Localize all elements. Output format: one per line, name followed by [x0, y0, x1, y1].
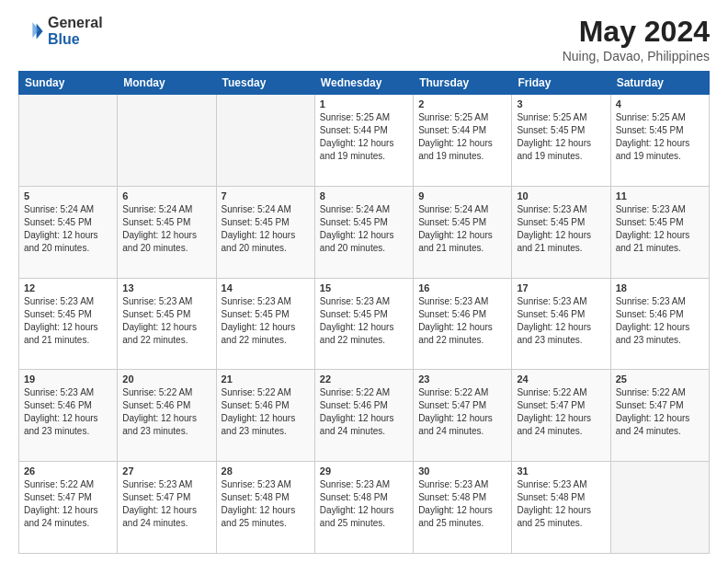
calendar-cell: 1Sunrise: 5:25 AM Sunset: 5:44 PM Daylig…: [314, 95, 413, 187]
day-info: Sunrise: 5:23 AM Sunset: 5:45 PM Dayligh…: [517, 203, 605, 255]
day-number: 30: [418, 465, 506, 477]
calendar-cell: 3Sunrise: 5:25 AM Sunset: 5:45 PM Daylig…: [512, 95, 610, 187]
day-number: 21: [222, 373, 310, 385]
calendar-cell: 19Sunrise: 5:23 AM Sunset: 5:46 PM Dayli…: [19, 370, 118, 462]
day-number: 17: [517, 282, 605, 293]
header-thursday: Thursday: [414, 72, 512, 95]
day-number: 15: [320, 282, 408, 293]
calendar-cell: [610, 462, 709, 554]
day-info: Sunrise: 5:23 AM Sunset: 5:47 PM Dayligh…: [122, 478, 210, 530]
day-number: 25: [616, 373, 704, 385]
day-info: Sunrise: 5:24 AM Sunset: 5:45 PM Dayligh…: [418, 203, 506, 255]
day-info: Sunrise: 5:23 AM Sunset: 5:46 PM Dayligh…: [517, 295, 605, 347]
header-friday: Friday: [512, 72, 610, 95]
day-info: Sunrise: 5:23 AM Sunset: 5:45 PM Dayligh…: [122, 295, 210, 347]
day-number: 13: [122, 282, 210, 293]
day-number: 20: [122, 373, 210, 385]
week-row-2: 5Sunrise: 5:24 AM Sunset: 5:45 PM Daylig…: [19, 186, 710, 278]
day-info: Sunrise: 5:23 AM Sunset: 5:48 PM Dayligh…: [222, 478, 310, 530]
page: General Blue May 2024 Nuing, Davao, Phil…: [0, 0, 728, 563]
calendar-cell: 21Sunrise: 5:22 AM Sunset: 5:46 PM Dayli…: [216, 370, 314, 462]
header-wednesday: Wednesday: [314, 72, 413, 95]
day-info: Sunrise: 5:24 AM Sunset: 5:45 PM Dayligh…: [320, 203, 408, 255]
day-number: 9: [418, 190, 506, 201]
day-info: Sunrise: 5:25 AM Sunset: 5:44 PM Dayligh…: [418, 111, 506, 163]
day-info: Sunrise: 5:24 AM Sunset: 5:45 PM Dayligh…: [24, 203, 112, 255]
main-title: May 2024: [563, 15, 710, 49]
header-tuesday: Tuesday: [216, 72, 314, 95]
logo: General Blue: [18, 15, 103, 47]
day-number: 4: [616, 98, 704, 109]
day-number: 10: [517, 190, 605, 201]
header: General Blue May 2024 Nuing, Davao, Phil…: [18, 15, 710, 63]
day-info: Sunrise: 5:23 AM Sunset: 5:46 PM Dayligh…: [616, 295, 704, 347]
week-row-1: 1Sunrise: 5:25 AM Sunset: 5:44 PM Daylig…: [19, 95, 710, 187]
calendar-table: Sunday Monday Tuesday Wednesday Thursday…: [18, 71, 710, 554]
calendar-cell: 27Sunrise: 5:23 AM Sunset: 5:47 PM Dayli…: [118, 462, 216, 554]
day-number: 23: [418, 373, 506, 385]
calendar-cell: 29Sunrise: 5:23 AM Sunset: 5:48 PM Dayli…: [314, 462, 413, 554]
day-number: 1: [320, 98, 408, 109]
day-info: Sunrise: 5:24 AM Sunset: 5:45 PM Dayligh…: [222, 203, 310, 255]
day-number: 5: [24, 190, 112, 201]
calendar-cell: 18Sunrise: 5:23 AM Sunset: 5:46 PM Dayli…: [610, 278, 709, 370]
day-info: Sunrise: 5:25 AM Sunset: 5:45 PM Dayligh…: [517, 111, 605, 163]
logo-icon: [18, 18, 44, 44]
calendar-cell: 20Sunrise: 5:22 AM Sunset: 5:46 PM Dayli…: [118, 370, 216, 462]
day-info: Sunrise: 5:23 AM Sunset: 5:45 PM Dayligh…: [24, 295, 112, 347]
day-number: 22: [320, 373, 408, 385]
day-info: Sunrise: 5:22 AM Sunset: 5:47 PM Dayligh…: [418, 386, 506, 438]
calendar-cell: 31Sunrise: 5:23 AM Sunset: 5:48 PM Dayli…: [512, 462, 610, 554]
calendar-cell: [19, 95, 118, 187]
calendar-cell: 24Sunrise: 5:22 AM Sunset: 5:47 PM Dayli…: [512, 370, 610, 462]
subtitle: Nuing, Davao, Philippines: [563, 49, 710, 63]
day-info: Sunrise: 5:23 AM Sunset: 5:46 PM Dayligh…: [418, 295, 506, 347]
day-info: Sunrise: 5:23 AM Sunset: 5:45 PM Dayligh…: [222, 295, 310, 347]
week-row-3: 12Sunrise: 5:23 AM Sunset: 5:45 PM Dayli…: [19, 278, 710, 370]
week-row-5: 26Sunrise: 5:22 AM Sunset: 5:47 PM Dayli…: [19, 462, 710, 554]
calendar-cell: 13Sunrise: 5:23 AM Sunset: 5:45 PM Dayli…: [118, 278, 216, 370]
calendar-cell: 5Sunrise: 5:24 AM Sunset: 5:45 PM Daylig…: [19, 186, 118, 278]
calendar-cell: 25Sunrise: 5:22 AM Sunset: 5:47 PM Dayli…: [610, 370, 709, 462]
day-number: 24: [517, 373, 605, 385]
day-info: Sunrise: 5:23 AM Sunset: 5:45 PM Dayligh…: [616, 203, 704, 255]
day-number: 18: [616, 282, 704, 293]
day-number: 6: [122, 190, 210, 201]
calendar-cell: 12Sunrise: 5:23 AM Sunset: 5:45 PM Dayli…: [19, 278, 118, 370]
day-info: Sunrise: 5:23 AM Sunset: 5:45 PM Dayligh…: [320, 295, 408, 347]
day-number: 12: [24, 282, 112, 293]
day-info: Sunrise: 5:23 AM Sunset: 5:48 PM Dayligh…: [418, 478, 506, 530]
day-number: 7: [222, 190, 310, 201]
calendar-cell: 4Sunrise: 5:25 AM Sunset: 5:45 PM Daylig…: [610, 95, 709, 187]
day-info: Sunrise: 5:22 AM Sunset: 5:46 PM Dayligh…: [320, 386, 408, 438]
header-saturday: Saturday: [610, 72, 709, 95]
week-row-4: 19Sunrise: 5:23 AM Sunset: 5:46 PM Dayli…: [19, 370, 710, 462]
day-info: Sunrise: 5:22 AM Sunset: 5:46 PM Dayligh…: [122, 386, 210, 438]
calendar-cell: 6Sunrise: 5:24 AM Sunset: 5:45 PM Daylig…: [118, 186, 216, 278]
day-number: 3: [517, 98, 605, 109]
day-info: Sunrise: 5:23 AM Sunset: 5:48 PM Dayligh…: [320, 478, 408, 530]
title-section: May 2024 Nuing, Davao, Philippines: [563, 15, 710, 63]
calendar-cell: 15Sunrise: 5:23 AM Sunset: 5:45 PM Dayli…: [314, 278, 413, 370]
day-number: 19: [24, 373, 112, 385]
calendar-cell: 30Sunrise: 5:23 AM Sunset: 5:48 PM Dayli…: [414, 462, 512, 554]
calendar-cell: 14Sunrise: 5:23 AM Sunset: 5:45 PM Dayli…: [216, 278, 314, 370]
day-info: Sunrise: 5:22 AM Sunset: 5:47 PM Dayligh…: [24, 478, 112, 530]
day-number: 11: [616, 190, 704, 201]
day-number: 29: [320, 465, 408, 477]
calendar-cell: [118, 95, 216, 187]
calendar-cell: 2Sunrise: 5:25 AM Sunset: 5:44 PM Daylig…: [414, 95, 512, 187]
day-info: Sunrise: 5:25 AM Sunset: 5:44 PM Dayligh…: [320, 111, 408, 163]
calendar-cell: 7Sunrise: 5:24 AM Sunset: 5:45 PM Daylig…: [216, 186, 314, 278]
calendar-cell: 16Sunrise: 5:23 AM Sunset: 5:46 PM Dayli…: [414, 278, 512, 370]
day-number: 31: [517, 465, 605, 477]
day-number: 8: [320, 190, 408, 201]
day-number: 16: [418, 282, 506, 293]
calendar-cell: 11Sunrise: 5:23 AM Sunset: 5:45 PM Dayli…: [610, 186, 709, 278]
calendar-cell: 26Sunrise: 5:22 AM Sunset: 5:47 PM Dayli…: [19, 462, 118, 554]
day-info: Sunrise: 5:22 AM Sunset: 5:46 PM Dayligh…: [222, 386, 310, 438]
header-sunday: Sunday: [19, 72, 118, 95]
day-number: 27: [122, 465, 210, 477]
day-info: Sunrise: 5:23 AM Sunset: 5:48 PM Dayligh…: [517, 478, 605, 530]
day-number: 28: [222, 465, 310, 477]
